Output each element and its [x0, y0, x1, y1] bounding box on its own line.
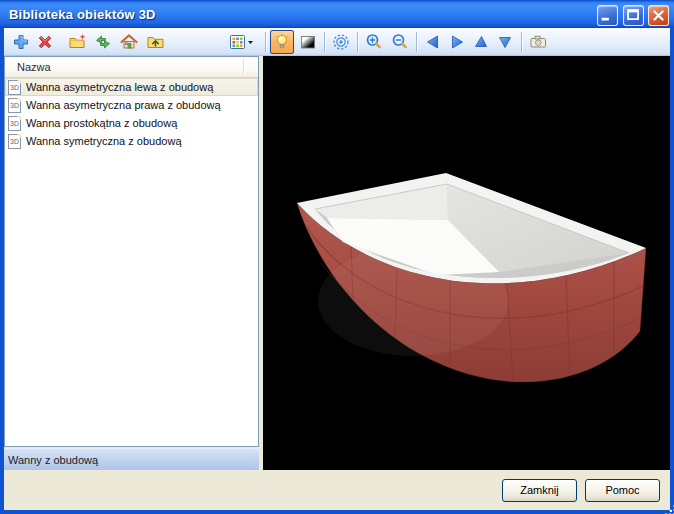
lamp-icon [273, 33, 291, 51]
list-item-label: Wanna symetryczna z obudową [26, 135, 182, 147]
rotate-right-button[interactable] [445, 30, 469, 54]
title-bar[interactable]: Biblioteka obiektów 3D [0, 0, 674, 28]
zoom-in-icon [365, 33, 383, 51]
view-mode-icon [229, 34, 246, 50]
toolbar-separator [416, 32, 417, 52]
close-dialog-button[interactable]: Zamknij [502, 479, 577, 502]
object-3d-icon: 3D [8, 134, 21, 149]
toolbar-separator [265, 32, 266, 52]
list-item[interactable]: 3D Wanna symetryczna z obudową [5, 132, 258, 150]
bathtub-3d-render [263, 56, 670, 470]
rotate-left-button[interactable] [421, 30, 445, 54]
zoom-out-button[interactable] [388, 30, 412, 54]
dialog-window: Biblioteka obiektów 3D [0, 0, 674, 514]
window-frame: Nazwa 3D Wanna asymetryczna lewa z obudo… [0, 28, 674, 514]
list-item[interactable]: 3D Wanna asymetryczna prawa z obudową [5, 96, 258, 114]
rotate-down-icon [496, 33, 514, 51]
category-status-bar: Wanny z obudową [4, 448, 259, 470]
toolbar-separator [324, 32, 325, 52]
contrast-button[interactable] [296, 30, 320, 54]
delete-object-button[interactable] [33, 30, 57, 54]
rotate-up-icon [472, 33, 490, 51]
column-divider [243, 59, 244, 75]
help-button[interactable]: Pomoc [585, 479, 660, 502]
list-item-label: Wanna prostokątna z obudową [26, 117, 177, 129]
folder-up-button[interactable] [143, 30, 167, 54]
3d-preview-viewport[interactable] [263, 56, 670, 470]
minimize-icon [598, 6, 617, 25]
dropdown-caret-icon [246, 34, 255, 50]
folder-up-icon [146, 33, 165, 51]
object-3d-icon: 3D [8, 80, 21, 95]
new-folder-button[interactable] [65, 30, 89, 54]
home-button[interactable] [117, 30, 141, 54]
new-folder-icon [68, 33, 87, 51]
swap-icon [94, 33, 112, 51]
category-status-text: Wanny z obudową [4, 454, 98, 466]
column-header-label: Nazwa [5, 61, 51, 73]
swap-object-button[interactable] [91, 30, 115, 54]
library-panel: Nazwa 3D Wanna asymetryczna lewa z obudo… [4, 56, 259, 470]
contrast-icon [300, 34, 316, 50]
home-icon [120, 33, 138, 51]
add-icon [12, 33, 30, 51]
list-item[interactable]: 3D Wanna prostokątna z obudową [5, 114, 258, 132]
toolbar [4, 28, 670, 56]
object-3d-icon: 3D [8, 98, 21, 113]
orbit-icon [332, 33, 350, 51]
toolbar-separator [521, 32, 522, 52]
maximize-icon [624, 6, 643, 25]
object-list-panel: Nazwa 3D Wanna asymetryczna lewa z obudo… [4, 56, 259, 447]
minimize-button[interactable] [597, 5, 618, 26]
window-title: Biblioteka obiektów 3D [0, 7, 156, 22]
orbit-button[interactable] [329, 30, 353, 54]
list-item[interactable]: 3D Wanna asymetryczna lewa z obudową [5, 78, 258, 96]
column-header-nazwa[interactable]: Nazwa [5, 57, 258, 78]
zoom-out-icon [391, 33, 409, 51]
footer-bar: Zamknij Pomoc [4, 470, 670, 510]
rotate-down-button[interactable] [493, 30, 517, 54]
add-object-button[interactable] [9, 30, 33, 54]
rotate-up-button[interactable] [469, 30, 493, 54]
camera-icon [529, 33, 548, 51]
delete-icon [36, 33, 54, 51]
view-mode-button[interactable] [229, 34, 255, 50]
resize-grip[interactable] [665, 505, 667, 507]
snapshot-button[interactable] [526, 30, 550, 54]
maximize-button[interactable] [623, 5, 644, 26]
object-list: 3D Wanna asymetryczna lewa z obudową 3D … [5, 78, 258, 446]
list-item-label: Wanna asymetryczna prawa z obudową [26, 99, 221, 111]
object-3d-icon: 3D [8, 116, 21, 131]
close-icon [649, 6, 668, 25]
list-item-label: Wanna asymetryczna lewa z obudową [26, 81, 213, 93]
rotate-left-icon [424, 33, 442, 51]
zoom-in-button[interactable] [362, 30, 386, 54]
close-button[interactable] [648, 5, 669, 26]
toolbar-separator [357, 32, 358, 52]
main-area: Nazwa 3D Wanna asymetryczna lewa z obudo… [4, 56, 670, 470]
light-toggle-button[interactable] [270, 30, 294, 54]
rotate-right-icon [448, 33, 466, 51]
